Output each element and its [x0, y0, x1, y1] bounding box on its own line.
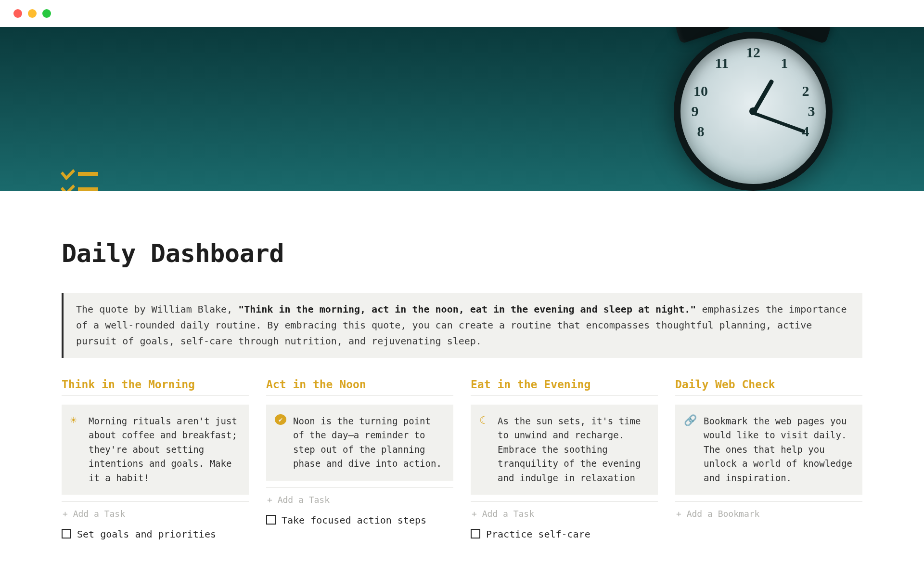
- column-heading[interactable]: Daily Web Check: [675, 378, 862, 396]
- callout-text: Morning rituals aren't just about coffee…: [89, 414, 239, 485]
- callout-block[interactable]: ✔ Noon is the turning point of the day—a…: [266, 405, 453, 481]
- task-label: Take focused action steps: [282, 513, 426, 527]
- page-title[interactable]: Daily Dashboard: [62, 239, 862, 268]
- callout-block[interactable]: ☀ Morning rituals aren't just about coff…: [62, 405, 249, 495]
- task-label: Set goals and priorities: [77, 527, 216, 541]
- callout-text: As the sun sets, it's time to unwind and…: [498, 414, 648, 485]
- task-label: Practice self-care: [486, 527, 590, 541]
- window-minimize-button[interactable]: [28, 9, 37, 18]
- column-heading[interactable]: Think in the Morning: [62, 378, 249, 396]
- columns-container: Think in the Morning ☀ Morning rituals a…: [62, 378, 862, 543]
- window-maximize-button[interactable]: [42, 9, 51, 18]
- column-noon: Act in the Noon ✔ Noon is the turning po…: [266, 378, 453, 543]
- task-checkbox[interactable]: [266, 515, 276, 525]
- divider: [62, 501, 249, 502]
- column-evening: Eat in the Evening ☾ As the sun sets, it…: [471, 378, 658, 543]
- quote-prefix: The quote by William Blake,: [76, 303, 238, 315]
- task-item[interactable]: Practice self-care: [471, 525, 658, 543]
- column-heading[interactable]: Eat in the Evening: [471, 378, 658, 396]
- moon-icon: ☾: [479, 414, 491, 485]
- divider: [675, 501, 862, 502]
- callout-text: Bookmark the web pages you would like to…: [704, 414, 853, 485]
- checklist-icon[interactable]: [62, 168, 104, 191]
- column-web-check: Daily Web Check 🔗 Bookmark the web pages…: [675, 378, 862, 543]
- column-morning: Think in the Morning ☀ Morning rituals a…: [62, 378, 249, 543]
- callout-text: Noon is the turning point of the day—a r…: [293, 414, 444, 471]
- task-item[interactable]: Take focused action steps: [266, 512, 453, 529]
- window-titlebar: [0, 0, 924, 27]
- divider: [266, 487, 453, 488]
- check-circle-icon: ✔: [275, 414, 286, 425]
- add-task-button[interactable]: + Add a Task: [266, 493, 331, 507]
- callout-block[interactable]: 🔗 Bookmark the web pages you would like …: [675, 405, 862, 495]
- divider: [471, 501, 658, 502]
- cover-image[interactable]: 12 1 2 3 4 11 10 9 8: [0, 27, 924, 191]
- add-bookmark-button[interactable]: + Add a Bookmark: [675, 507, 760, 521]
- quote-bold: "Think in the morning, act in the noon, …: [238, 303, 696, 315]
- add-task-button[interactable]: + Add a Task: [471, 507, 535, 521]
- task-checkbox[interactable]: [62, 529, 71, 539]
- quote-callout[interactable]: The quote by William Blake, "Think in th…: [62, 293, 862, 358]
- sun-icon: ☀: [70, 414, 82, 485]
- task-item[interactable]: Set goals and priorities: [62, 525, 249, 543]
- callout-block[interactable]: ☾ As the sun sets, it's time to unwind a…: [471, 405, 658, 495]
- add-task-button[interactable]: + Add a Task: [62, 507, 126, 521]
- link-icon: 🔗: [684, 414, 697, 485]
- column-heading[interactable]: Act in the Noon: [266, 378, 453, 396]
- window-close-button[interactable]: [13, 9, 22, 18]
- task-checkbox[interactable]: [471, 529, 480, 539]
- alarm-clock-illustration: 12 1 2 3 4 11 10 9 8: [674, 32, 833, 191]
